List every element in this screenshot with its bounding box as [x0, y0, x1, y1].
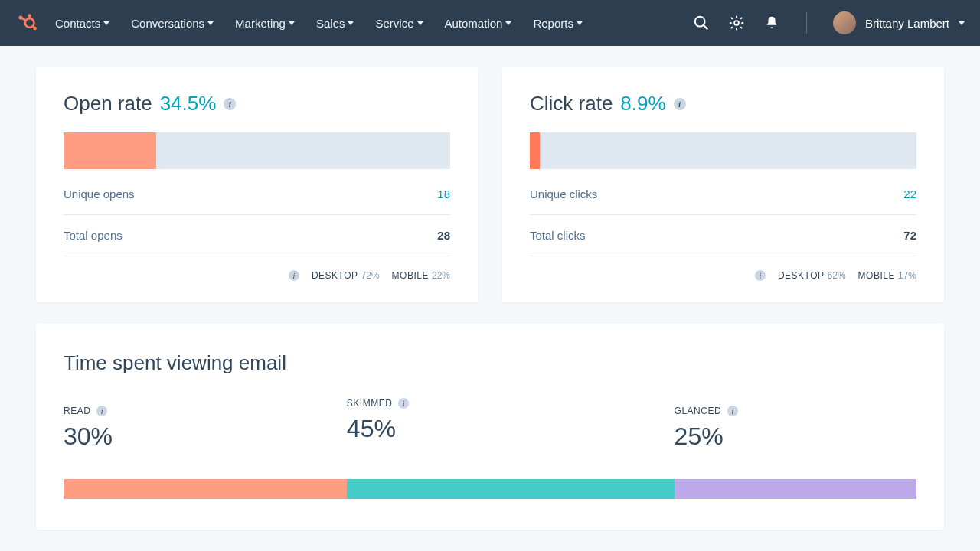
stat-label: Total clicks — [530, 229, 586, 242]
info-icon[interactable]: i — [674, 98, 686, 110]
desktop-label: DESKTOP — [312, 270, 358, 281]
nav-label: Marketing — [235, 17, 286, 30]
info-icon[interactable]: i — [96, 406, 107, 416]
chevron-down-icon — [417, 21, 423, 25]
user-menu[interactable]: Brittany Lambert — [833, 11, 965, 34]
info-icon[interactable]: i — [224, 98, 236, 110]
total-opens-value: 28 — [437, 229, 450, 242]
nav-marketing[interactable]: Marketing — [235, 17, 295, 30]
main-menu: Contacts Conversations Marketing Sales S… — [55, 17, 693, 30]
click-device-row: i DESKTOP62% MOBILE17% — [530, 256, 916, 281]
nav-label: Service — [375, 17, 413, 30]
stat-label: Unique clicks — [530, 187, 597, 201]
segment-read: READi 30% — [64, 406, 113, 451]
open-rate-bar — [64, 132, 450, 169]
title-text: Click rate — [530, 92, 612, 116]
nav-label: Contacts — [55, 17, 100, 30]
info-icon[interactable]: i — [755, 270, 766, 281]
click-rate-title: Click rate 8.9% i — [530, 92, 916, 116]
open-device-row: i DESKTOP72% MOBILE22% — [64, 256, 450, 281]
nav-automation[interactable]: Automation — [445, 17, 512, 30]
chevron-down-icon — [348, 21, 354, 25]
title-text: Open rate — [64, 92, 152, 116]
seg-bar-glanced — [675, 479, 916, 499]
user-name: Brittany Lambert — [865, 17, 949, 30]
total-clicks-row: Total clicks 72 — [530, 215, 916, 256]
segment-label: GLANCED — [675, 406, 722, 416]
chevron-down-icon — [103, 21, 109, 25]
nav-sales[interactable]: Sales — [316, 17, 354, 30]
segment-value: 45% — [347, 415, 410, 443]
segment-glanced: GLANCEDi 25% — [675, 406, 739, 451]
svg-point-7 — [695, 17, 705, 27]
chevron-down-icon — [959, 21, 965, 25]
unique-clicks-row: Unique clicks 22 — [530, 174, 916, 215]
click-rate-value: 8.9% — [620, 92, 665, 116]
chevron-down-icon — [577, 21, 583, 25]
total-clicks-value: 72 — [903, 229, 916, 242]
info-icon[interactable]: i — [289, 270, 299, 281]
mobile-label: MOBILE — [392, 270, 429, 281]
top-nav: Contacts Conversations Marketing Sales S… — [0, 0, 980, 46]
segment-skimmed: SKIMMEDi 45% — [347, 398, 410, 443]
info-icon[interactable]: i — [727, 406, 738, 416]
nav-label: Automation — [445, 17, 503, 30]
time-segments: READi 30% SKIMMEDi 45% GLANCEDi 25% — [64, 406, 916, 499]
chevron-down-icon — [289, 21, 295, 25]
chevron-down-icon — [207, 21, 214, 25]
time-spent-card: Time spent viewing email READi 30% SKIMM… — [36, 324, 944, 530]
desktop-value: 62% — [828, 270, 846, 281]
desktop-value: 72% — [361, 270, 380, 281]
seg-bar-read — [64, 479, 347, 499]
time-spent-title: Time spent viewing email — [64, 351, 916, 375]
click-rate-bar — [530, 132, 916, 169]
bell-icon[interactable] — [763, 15, 780, 31]
unique-clicks-value[interactable]: 22 — [903, 187, 916, 201]
gear-icon[interactable] — [728, 15, 745, 31]
stat-label: Unique opens — [64, 187, 135, 201]
info-icon[interactable]: i — [398, 398, 409, 409]
nav-label: Conversations — [131, 17, 204, 30]
click-rate-bar-fill — [530, 132, 540, 169]
time-segment-bar — [64, 479, 916, 499]
segment-value: 25% — [675, 422, 739, 451]
hubspot-logo[interactable] — [15, 12, 37, 34]
desktop-label: DESKTOP — [778, 270, 825, 281]
total-opens-row: Total opens 28 — [64, 215, 450, 256]
open-rate-value: 34.5% — [160, 92, 217, 116]
nav-conversations[interactable]: Conversations — [131, 17, 214, 30]
svg-point-9 — [734, 21, 739, 25]
unique-opens-value[interactable]: 18 — [437, 187, 450, 201]
avatar — [833, 11, 856, 34]
search-icon[interactable] — [693, 15, 710, 31]
content: Open rate 34.5% i Unique opens 18 Total … — [0, 46, 980, 551]
nav-label: Reports — [533, 17, 573, 30]
click-rate-card: Click rate 8.9% i Unique clicks 22 Total… — [502, 67, 944, 302]
open-rate-card: Open rate 34.5% i Unique opens 18 Total … — [36, 67, 478, 302]
nav-icons: Brittany Lambert — [693, 11, 965, 34]
nav-contacts[interactable]: Contacts — [55, 17, 109, 30]
segment-label: SKIMMED — [347, 398, 393, 409]
segment-value: 30% — [64, 422, 113, 451]
seg-bar-skimmed — [347, 479, 675, 499]
stat-label: Total opens — [64, 229, 122, 242]
nav-divider — [806, 12, 807, 34]
svg-line-6 — [22, 18, 26, 20]
mobile-value: 17% — [898, 270, 916, 281]
mobile-value: 22% — [432, 270, 450, 281]
mobile-label: MOBILE — [858, 270, 895, 281]
open-rate-bar-fill — [64, 132, 156, 169]
segment-label: READ — [64, 406, 90, 416]
nav-label: Sales — [316, 17, 345, 30]
open-rate-title: Open rate 34.5% i — [64, 92, 450, 116]
nav-service[interactable]: Service — [375, 17, 423, 30]
chevron-down-icon — [505, 21, 511, 25]
unique-opens-row: Unique opens 18 — [64, 174, 450, 215]
svg-line-5 — [33, 26, 34, 28]
nav-reports[interactable]: Reports — [533, 17, 583, 30]
svg-line-8 — [704, 25, 708, 30]
